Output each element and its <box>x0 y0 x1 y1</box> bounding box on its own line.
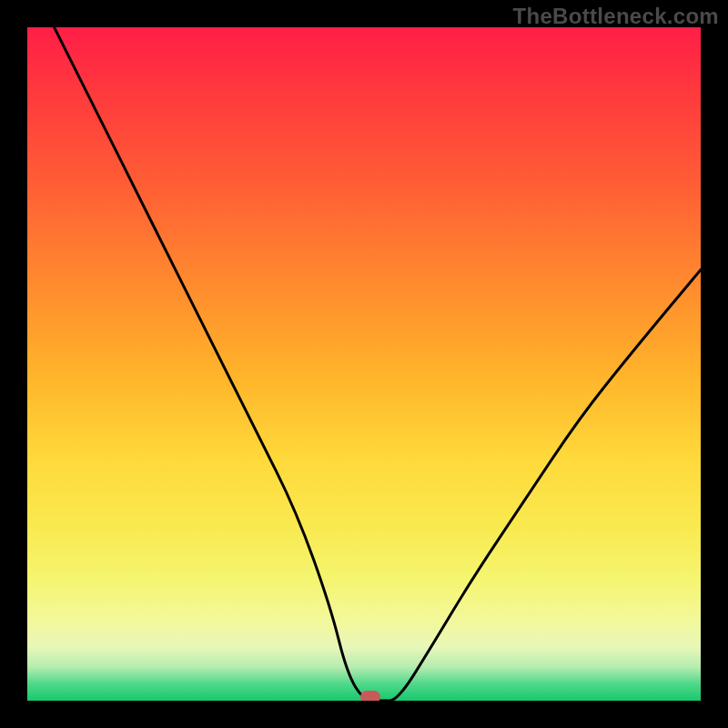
optimum-marker <box>360 691 380 701</box>
plot-area <box>27 27 701 701</box>
bottleneck-curve <box>55 27 701 701</box>
chart-frame: TheBottleneck.com <box>0 0 728 728</box>
watermark-text: TheBottleneck.com <box>513 4 719 29</box>
curve-svg <box>27 27 701 701</box>
